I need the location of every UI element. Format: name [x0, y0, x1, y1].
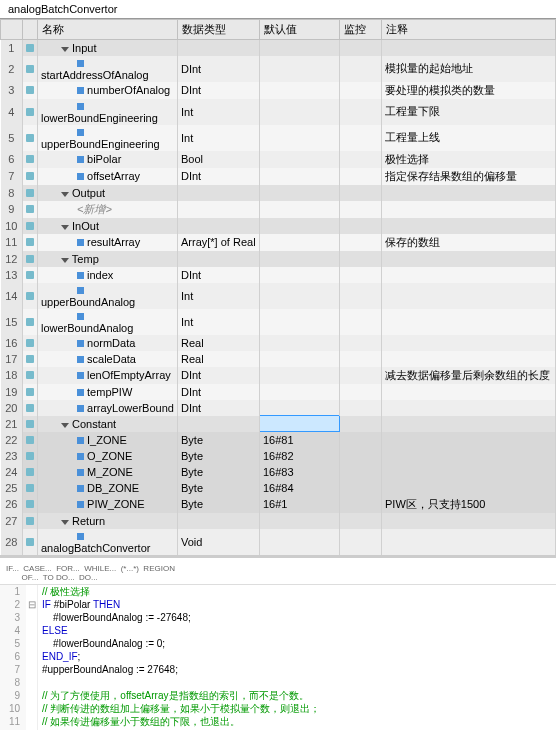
table-row[interactable]: 22 I_ZONEByte16#81: [1, 432, 556, 448]
code-text[interactable]: // 如果传进偏移量小于数组的下限，也退出。: [38, 715, 556, 728]
mon-cell[interactable]: [340, 201, 382, 218]
type-cell[interactable]: Int: [178, 125, 260, 151]
mon-cell[interactable]: [340, 448, 382, 464]
default-cell[interactable]: [260, 367, 340, 384]
expand-icon[interactable]: [61, 192, 69, 197]
table-row[interactable]: 15 lowerBoundAnalogInt: [1, 309, 556, 335]
comment-cell[interactable]: [382, 448, 556, 464]
table-row[interactable]: 5 upperBoundEngineeringInt工程量上线: [1, 125, 556, 151]
table-row[interactable]: 18 lenOfEmptyArrayDInt减去数据偏移量后剩余数组的长度: [1, 367, 556, 384]
default-cell[interactable]: [260, 529, 340, 555]
name-cell[interactable]: Temp: [38, 251, 178, 267]
code-line[interactable]: 2⊟IF #biPolar THEN: [0, 598, 556, 611]
col-monitor[interactable]: 监控: [340, 20, 382, 40]
mon-cell[interactable]: [340, 151, 382, 168]
fold-icon[interactable]: [26, 676, 38, 689]
default-cell[interactable]: [260, 40, 340, 56]
mon-cell[interactable]: [340, 529, 382, 555]
type-cell[interactable]: [178, 513, 260, 529]
table-row[interactable]: 20 arrayLowerBoundDInt: [1, 400, 556, 416]
type-cell[interactable]: Real: [178, 351, 260, 367]
name-cell[interactable]: lenOfEmptyArray: [38, 367, 178, 384]
fold-icon[interactable]: [26, 585, 38, 598]
code-line[interactable]: 6END_IF;: [0, 650, 556, 663]
mon-cell[interactable]: [340, 335, 382, 351]
comment-cell[interactable]: [382, 480, 556, 496]
col-default[interactable]: 默认值: [260, 20, 340, 40]
name-cell[interactable]: offsetArray: [38, 168, 178, 185]
name-cell[interactable]: resultArray: [38, 234, 178, 251]
table-row[interactable]: 16 normDataReal: [1, 335, 556, 351]
expand-icon[interactable]: [61, 423, 69, 428]
type-cell[interactable]: [178, 416, 260, 432]
type-cell[interactable]: Array[*] of Real: [178, 234, 260, 251]
name-cell[interactable]: InOut: [38, 218, 178, 234]
code-line[interactable]: 9// 为了方便使用，offsetArray是指数组的索引，而不是个数。: [0, 689, 556, 702]
code-text[interactable]: // 为了方便使用，offsetArray是指数组的索引，而不是个数。: [38, 689, 556, 702]
code-text[interactable]: // 极性选择: [38, 585, 556, 598]
name-cell[interactable]: M_ZONE: [38, 464, 178, 480]
name-cell[interactable]: lowerBoundAnalog: [38, 309, 178, 335]
expand-icon[interactable]: [61, 258, 69, 263]
name-cell[interactable]: PIW_ZONE: [38, 496, 178, 513]
name-cell[interactable]: Return: [38, 513, 178, 529]
table-row[interactable]: 26 PIW_ZONEByte16#1PIW区，只支持1500: [1, 496, 556, 513]
comment-cell[interactable]: [382, 309, 556, 335]
type-cell[interactable]: Byte: [178, 480, 260, 496]
table-row[interactable]: 7 offsetArrayDInt指定保存结果数组的偏移量: [1, 168, 556, 185]
name-cell[interactable]: Output: [38, 185, 178, 201]
name-cell[interactable]: biPolar: [38, 151, 178, 168]
default-cell[interactable]: 16#81: [260, 432, 340, 448]
mon-cell[interactable]: [340, 56, 382, 82]
table-row[interactable]: 1 Input: [1, 40, 556, 56]
code-text[interactable]: [38, 676, 556, 689]
code-text[interactable]: ELSE: [38, 624, 556, 637]
comment-cell[interactable]: [382, 351, 556, 367]
comment-cell[interactable]: [382, 267, 556, 283]
fold-icon[interactable]: [26, 715, 38, 728]
table-row[interactable]: 25 DB_ZONEByte16#84: [1, 480, 556, 496]
type-cell[interactable]: DInt: [178, 168, 260, 185]
name-cell[interactable]: O_ZONE: [38, 448, 178, 464]
code-editor[interactable]: IF... CASE... FOR... WHILE... (*...*) RE…: [0, 555, 556, 731]
default-cell[interactable]: [260, 351, 340, 367]
type-cell[interactable]: DInt: [178, 267, 260, 283]
mon-cell[interactable]: [340, 168, 382, 185]
mon-cell[interactable]: [340, 351, 382, 367]
name-cell[interactable]: upperBoundEngineering: [38, 125, 178, 151]
fold-icon[interactable]: [26, 650, 38, 663]
table-row[interactable]: 24 M_ZONEByte16#83: [1, 464, 556, 480]
code-toolbar[interactable]: IF... CASE... FOR... WHILE... (*...*) RE…: [0, 562, 556, 585]
fold-icon[interactable]: [26, 702, 38, 715]
type-cell[interactable]: DInt: [178, 400, 260, 416]
code-line[interactable]: 8: [0, 676, 556, 689]
table-row[interactable]: 19 tempPIWDInt: [1, 384, 556, 400]
name-cell[interactable]: <新增>: [38, 201, 178, 218]
col-name[interactable]: 名称: [38, 20, 178, 40]
table-row[interactable]: 6 biPolarBool极性选择: [1, 151, 556, 168]
type-cell[interactable]: Int: [178, 309, 260, 335]
code-text[interactable]: #upperBoundAnalog := 27648;: [38, 663, 556, 676]
default-cell[interactable]: [260, 400, 340, 416]
default-cell[interactable]: [260, 218, 340, 234]
type-cell[interactable]: DInt: [178, 367, 260, 384]
fold-icon[interactable]: [26, 689, 38, 702]
type-cell[interactable]: Int: [178, 99, 260, 125]
mon-cell[interactable]: [340, 267, 382, 283]
mon-cell[interactable]: [340, 367, 382, 384]
type-cell[interactable]: [178, 218, 260, 234]
default-cell[interactable]: [260, 309, 340, 335]
name-cell[interactable]: numberOfAnalog: [38, 82, 178, 99]
default-cell[interactable]: [260, 99, 340, 125]
default-cell[interactable]: 16#83: [260, 464, 340, 480]
code-line[interactable]: 7#upperBoundAnalog := 27648;: [0, 663, 556, 676]
comment-cell[interactable]: [382, 400, 556, 416]
type-cell[interactable]: Real: [178, 335, 260, 351]
code-text[interactable]: #lowerBoundAnalog := 0;: [38, 637, 556, 650]
table-row[interactable]: 14 upperBoundAnalogInt: [1, 283, 556, 309]
type-cell[interactable]: Int: [178, 283, 260, 309]
name-cell[interactable]: arrayLowerBound: [38, 400, 178, 416]
comment-cell[interactable]: [382, 218, 556, 234]
table-row[interactable]: 13 indexDInt: [1, 267, 556, 283]
code-line[interactable]: 11// 如果传进偏移量小于数组的下限，也退出。: [0, 715, 556, 728]
